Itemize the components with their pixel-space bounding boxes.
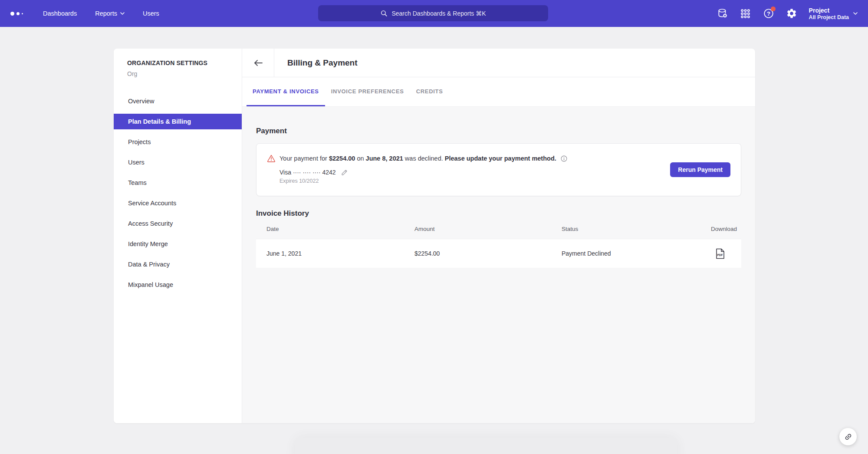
nav-dashboards-label: Dashboards bbox=[43, 10, 77, 17]
project-switcher[interactable]: Project All Project Data bbox=[809, 7, 858, 20]
sidebar-item-data-privacy[interactable]: Data & Privacy bbox=[114, 257, 242, 272]
link-icon bbox=[842, 431, 854, 443]
billing-tabs: PAYMENT & INVOICES INVOICE PREFERENCES C… bbox=[242, 77, 755, 106]
mixpanel-logo-icon[interactable] bbox=[10, 12, 23, 16]
sidebar-item-overview[interactable]: Overview bbox=[114, 93, 242, 109]
data-management-icon[interactable] bbox=[717, 8, 728, 19]
warning-icon bbox=[267, 154, 276, 163]
invoice-history-title: Invoice History bbox=[256, 209, 741, 218]
nav-users[interactable]: Users bbox=[143, 10, 159, 17]
project-value: All Project Data bbox=[809, 14, 849, 20]
app-root: Dashboards Reports Users Search Dashboar… bbox=[0, 0, 868, 454]
col-download: Download bbox=[711, 226, 737, 232]
pdf-file-icon: PDF bbox=[716, 248, 725, 259]
back-button[interactable] bbox=[242, 49, 274, 77]
search-placeholder: Search Dashboards & Reports ⌘K bbox=[391, 10, 486, 17]
payment-section-title: Payment bbox=[256, 127, 741, 135]
download-pdf-button[interactable]: PDF bbox=[716, 248, 725, 259]
svg-text:?: ? bbox=[767, 10, 770, 17]
sidebar-heading: ORGANIZATION SETTINGS bbox=[127, 59, 242, 66]
settings-card: ORGANIZATION SETTINGS Org Overview Plan … bbox=[114, 49, 755, 423]
invoice-amount: $2254.00 bbox=[414, 250, 562, 257]
notification-badge bbox=[771, 7, 776, 11]
search-icon bbox=[380, 10, 388, 17]
card-summary: Visa ···· ···· ···· 4242 bbox=[279, 169, 336, 176]
sidebar-item-teams[interactable]: Teams bbox=[114, 175, 242, 191]
billing-header: Billing & Payment bbox=[242, 49, 755, 77]
org-settings-sidebar: ORGANIZATION SETTINGS Org Overview Plan … bbox=[114, 49, 242, 423]
payment-declined-message: Your payment for $2254.00 on June 8, 202… bbox=[267, 154, 568, 163]
chevron-down-icon bbox=[120, 12, 125, 15]
offscreen-card-shadow bbox=[295, 438, 677, 454]
col-status: Status bbox=[562, 226, 692, 232]
sidebar-item-access-security[interactable]: Access Security bbox=[114, 216, 242, 231]
apps-grid-icon[interactable] bbox=[740, 8, 751, 19]
tab-credits[interactable]: CREDITS bbox=[410, 77, 449, 106]
page-title: Billing & Payment bbox=[274, 49, 358, 77]
sidebar-item-service-accounts[interactable]: Service Accounts bbox=[114, 195, 242, 211]
invoice-date: June 1, 2021 bbox=[266, 250, 414, 257]
invoice-row: June 1, 2021 $2254.00 Payment Declined P… bbox=[256, 239, 741, 268]
tab-invoice-preferences[interactable]: INVOICE PREFERENCES bbox=[325, 77, 410, 106]
search-input[interactable]: Search Dashboards & Reports ⌘K bbox=[318, 5, 548, 21]
nav-dashboards[interactable]: Dashboards bbox=[43, 10, 77, 17]
arrow-left-icon bbox=[253, 59, 263, 67]
sidebar-item-mixpanel-usage[interactable]: Mixpanel Usage bbox=[114, 277, 242, 293]
col-amount: Amount bbox=[414, 226, 562, 232]
nav-reports[interactable]: Reports bbox=[95, 10, 125, 17]
payment-declined-details: Your payment for $2254.00 on June 8, 202… bbox=[267, 154, 568, 184]
svg-text:PDF: PDF bbox=[717, 253, 723, 256]
top-navbar: Dashboards Reports Users Search Dashboar… bbox=[0, 0, 868, 27]
tab-payment-invoices[interactable]: PAYMENT & INVOICES bbox=[247, 77, 325, 106]
edit-pencil-icon[interactable] bbox=[341, 168, 349, 176]
invoice-status: Payment Declined bbox=[562, 250, 692, 257]
sidebar-item-users[interactable]: Users bbox=[114, 155, 242, 170]
help-icon[interactable]: ? bbox=[763, 8, 774, 19]
col-date: Date bbox=[266, 226, 414, 232]
payment-method: Visa ···· ···· ···· 4242 bbox=[279, 168, 568, 176]
copy-link-button[interactable] bbox=[839, 428, 857, 445]
sidebar-item-identity-merge[interactable]: Identity Merge bbox=[114, 236, 242, 252]
billing-main: Billing & Payment PAYMENT & INVOICES INV… bbox=[242, 49, 755, 423]
invoice-table: Date Amount Status Download June 1, 2021… bbox=[256, 219, 741, 268]
payment-declined-card: Your payment for $2254.00 on June 8, 202… bbox=[256, 143, 741, 196]
settings-gear-icon[interactable] bbox=[786, 8, 797, 19]
alert-text: Your payment for $2254.00 on June 8, 202… bbox=[279, 155, 556, 162]
nav-reports-label: Reports bbox=[95, 10, 117, 17]
rerun-payment-button[interactable]: Rerun Payment bbox=[670, 162, 730, 177]
sidebar-menu: Overview Plan Details & Billing Projects… bbox=[114, 93, 242, 293]
project-label: Project bbox=[809, 7, 849, 14]
navbar-right: ? Project All Project Data bbox=[717, 0, 868, 27]
card-expiry: Expires 10/2022 bbox=[279, 178, 568, 184]
invoice-table-header: Date Amount Status Download bbox=[256, 219, 741, 239]
chevron-down-icon bbox=[853, 12, 858, 15]
info-icon[interactable] bbox=[560, 155, 568, 162]
org-name: Org bbox=[127, 70, 242, 77]
nav-users-label: Users bbox=[143, 10, 159, 17]
tab-content: Payment Your payment for $2254.00 on Jun… bbox=[242, 106, 755, 423]
sidebar-item-plan-details-billing[interactable]: Plan Details & Billing bbox=[114, 114, 242, 129]
sidebar-item-projects[interactable]: Projects bbox=[114, 134, 242, 150]
